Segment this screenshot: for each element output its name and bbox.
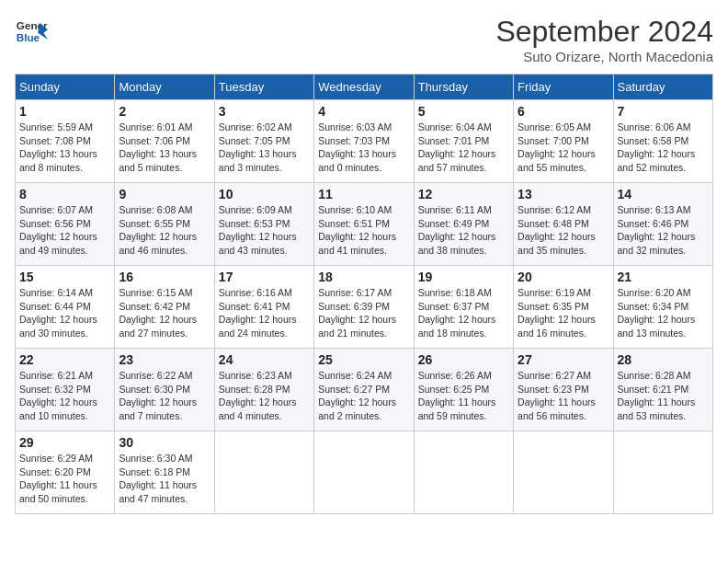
day-detail: Sunrise: 6:21 AM Sunset: 6:32 PM Dayligh…: [19, 369, 110, 423]
day-number: 29: [19, 435, 110, 450]
day-number: 24: [219, 352, 310, 367]
day-detail: Sunrise: 6:27 AM Sunset: 6:23 PM Dayligh…: [518, 369, 609, 423]
calendar-cell: 20Sunrise: 6:19 AM Sunset: 6:35 PM Dayli…: [514, 266, 613, 349]
day-detail: Sunrise: 6:24 AM Sunset: 6:27 PM Dayligh…: [318, 369, 409, 423]
logo: General Blue: [15, 15, 48, 48]
day-detail: Sunrise: 6:10 AM Sunset: 6:51 PM Dayligh…: [318, 203, 409, 258]
weekday-header-monday: Monday: [115, 75, 214, 100]
calendar-cell: 19Sunrise: 6:18 AM Sunset: 6:37 PM Dayli…: [414, 266, 513, 349]
svg-text:Blue: Blue: [17, 31, 40, 43]
day-detail: Sunrise: 6:22 AM Sunset: 6:30 PM Dayligh…: [119, 369, 210, 423]
day-number: 23: [119, 352, 210, 367]
calendar-cell: 16Sunrise: 6:15 AM Sunset: 6:42 PM Dayli…: [115, 266, 214, 349]
calendar-cell: 15Sunrise: 6:14 AM Sunset: 6:44 PM Dayli…: [16, 266, 115, 349]
day-number: 13: [518, 187, 609, 201]
day-detail: Sunrise: 6:17 AM Sunset: 6:39 PM Dayligh…: [318, 286, 409, 340]
weekday-header-sunday: Sunday: [16, 75, 115, 100]
day-detail: Sunrise: 6:06 AM Sunset: 6:58 PM Dayligh…: [618, 121, 709, 175]
calendar-cell: 29Sunrise: 6:29 AM Sunset: 6:20 PM Dayli…: [16, 431, 115, 514]
day-number: 20: [518, 270, 609, 284]
day-number: 15: [19, 270, 110, 284]
calendar-cell: 18Sunrise: 6:17 AM Sunset: 6:39 PM Dayli…: [314, 266, 414, 349]
day-detail: Sunrise: 6:20 AM Sunset: 6:34 PM Dayligh…: [618, 286, 709, 340]
calendar-cell: 22Sunrise: 6:21 AM Sunset: 6:32 PM Dayli…: [16, 349, 115, 431]
day-number: 3: [219, 104, 310, 119]
day-detail: Sunrise: 6:14 AM Sunset: 6:44 PM Dayligh…: [19, 286, 110, 340]
calendar-cell: 11Sunrise: 6:10 AM Sunset: 6:51 PM Dayli…: [314, 183, 414, 266]
day-detail: Sunrise: 6:29 AM Sunset: 6:20 PM Dayligh…: [19, 452, 110, 506]
calendar-cell: [214, 431, 313, 514]
day-detail: Sunrise: 6:08 AM Sunset: 6:55 PM Dayligh…: [119, 203, 210, 258]
weekday-header-wednesday: Wednesday: [314, 75, 414, 100]
day-number: 28: [618, 352, 709, 367]
day-number: 19: [418, 270, 509, 284]
day-number: 9: [119, 187, 210, 201]
day-number: 14: [618, 187, 709, 201]
day-number: 2: [119, 104, 210, 119]
day-number: 7: [618, 104, 709, 119]
title-block: September 2024 Suto Orizare, North Maced…: [495, 15, 713, 64]
day-number: 16: [119, 270, 210, 284]
calendar-cell: 4Sunrise: 6:03 AM Sunset: 7:03 PM Daylig…: [314, 100, 414, 183]
day-detail: Sunrise: 6:07 AM Sunset: 6:56 PM Dayligh…: [19, 203, 110, 258]
calendar-table: SundayMondayTuesdayWednesdayThursdayFrid…: [15, 74, 713, 514]
weekday-header-tuesday: Tuesday: [214, 75, 313, 100]
weekday-header-friday: Friday: [514, 75, 613, 100]
calendar-cell: 5Sunrise: 6:04 AM Sunset: 7:01 PM Daylig…: [414, 100, 513, 183]
calendar-cell: 2Sunrise: 6:01 AM Sunset: 7:06 PM Daylig…: [115, 100, 214, 183]
day-detail: Sunrise: 6:02 AM Sunset: 7:05 PM Dayligh…: [219, 121, 310, 175]
calendar-cell: 6Sunrise: 6:05 AM Sunset: 7:00 PM Daylig…: [514, 100, 613, 183]
month-title: September 2024: [495, 15, 713, 49]
weekday-header-thursday: Thursday: [414, 75, 513, 100]
day-number: 30: [119, 435, 210, 450]
calendar-cell: 25Sunrise: 6:24 AM Sunset: 6:27 PM Dayli…: [314, 349, 414, 431]
calendar-cell: 30Sunrise: 6:30 AM Sunset: 6:18 PM Dayli…: [115, 431, 214, 514]
calendar-cell: 12Sunrise: 6:11 AM Sunset: 6:49 PM Dayli…: [414, 183, 513, 266]
calendar-cell: 21Sunrise: 6:20 AM Sunset: 6:34 PM Dayli…: [613, 266, 712, 349]
logo-icon: General Blue: [15, 15, 48, 48]
calendar-cell: 24Sunrise: 6:23 AM Sunset: 6:28 PM Dayli…: [214, 349, 313, 431]
day-number: 5: [418, 104, 509, 119]
day-detail: Sunrise: 6:12 AM Sunset: 6:48 PM Dayligh…: [518, 203, 609, 258]
day-number: 18: [318, 270, 409, 284]
day-number: 27: [518, 352, 609, 367]
calendar-cell: 17Sunrise: 6:16 AM Sunset: 6:41 PM Dayli…: [214, 266, 313, 349]
calendar-cell: 8Sunrise: 6:07 AM Sunset: 6:56 PM Daylig…: [16, 183, 115, 266]
calendar-cell: 1Sunrise: 5:59 AM Sunset: 7:08 PM Daylig…: [16, 100, 115, 183]
day-detail: Sunrise: 6:03 AM Sunset: 7:03 PM Dayligh…: [318, 121, 409, 175]
day-detail: Sunrise: 6:16 AM Sunset: 6:41 PM Dayligh…: [219, 286, 310, 340]
day-detail: Sunrise: 6:18 AM Sunset: 6:37 PM Dayligh…: [418, 286, 509, 340]
day-detail: Sunrise: 6:11 AM Sunset: 6:49 PM Dayligh…: [418, 203, 509, 258]
day-number: 17: [219, 270, 310, 284]
day-detail: Sunrise: 6:23 AM Sunset: 6:28 PM Dayligh…: [219, 369, 310, 423]
calendar-cell: 7Sunrise: 6:06 AM Sunset: 6:58 PM Daylig…: [613, 100, 712, 183]
page-header: General Blue September 2024 Suto Orizare…: [15, 15, 713, 64]
calendar-cell: 13Sunrise: 6:12 AM Sunset: 6:48 PM Dayli…: [514, 183, 613, 266]
day-detail: Sunrise: 6:09 AM Sunset: 6:53 PM Dayligh…: [219, 203, 310, 258]
calendar-cell: 27Sunrise: 6:27 AM Sunset: 6:23 PM Dayli…: [514, 349, 613, 431]
calendar-cell: 23Sunrise: 6:22 AM Sunset: 6:30 PM Dayli…: [115, 349, 214, 431]
day-detail: Sunrise: 6:28 AM Sunset: 6:21 PM Dayligh…: [618, 369, 709, 423]
calendar-cell: 10Sunrise: 6:09 AM Sunset: 6:53 PM Dayli…: [214, 183, 313, 266]
day-detail: Sunrise: 6:26 AM Sunset: 6:25 PM Dayligh…: [418, 369, 509, 423]
day-detail: Sunrise: 6:05 AM Sunset: 7:00 PM Dayligh…: [518, 121, 609, 175]
day-detail: Sunrise: 6:30 AM Sunset: 6:18 PM Dayligh…: [119, 452, 210, 506]
calendar-cell: 9Sunrise: 6:08 AM Sunset: 6:55 PM Daylig…: [115, 183, 214, 266]
calendar-cell: 14Sunrise: 6:13 AM Sunset: 6:46 PM Dayli…: [613, 183, 712, 266]
day-number: 22: [19, 352, 110, 367]
day-detail: Sunrise: 6:04 AM Sunset: 7:01 PM Dayligh…: [418, 121, 509, 175]
day-detail: Sunrise: 5:59 AM Sunset: 7:08 PM Dayligh…: [19, 121, 110, 175]
day-number: 10: [219, 187, 310, 201]
day-detail: Sunrise: 6:01 AM Sunset: 7:06 PM Dayligh…: [119, 121, 210, 175]
day-number: 25: [318, 352, 409, 367]
weekday-header-saturday: Saturday: [613, 75, 712, 100]
calendar-cell: 3Sunrise: 6:02 AM Sunset: 7:05 PM Daylig…: [214, 100, 313, 183]
day-number: 6: [518, 104, 609, 119]
calendar-cell: [314, 431, 414, 514]
day-number: 8: [19, 187, 110, 201]
day-detail: Sunrise: 6:15 AM Sunset: 6:42 PM Dayligh…: [119, 286, 210, 340]
calendar-cell: [514, 431, 613, 514]
day-number: 4: [318, 104, 409, 119]
day-number: 21: [618, 270, 709, 284]
day-detail: Sunrise: 6:13 AM Sunset: 6:46 PM Dayligh…: [618, 203, 709, 258]
